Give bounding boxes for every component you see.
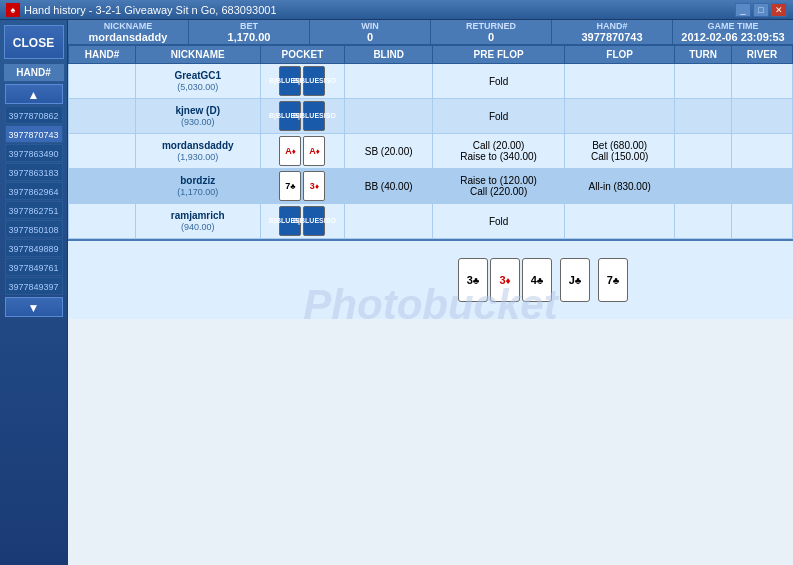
info-value: 0 bbox=[367, 31, 373, 43]
table-header-cell: FLOP bbox=[565, 46, 675, 64]
hand-item[interactable]: 3977850108 bbox=[5, 220, 63, 238]
hand-item[interactable]: 3977870743 bbox=[5, 125, 63, 143]
info-label: BET bbox=[240, 21, 258, 31]
turn-cell bbox=[675, 99, 732, 134]
pocket-cards: A♦A♦ bbox=[265, 136, 341, 166]
info-value: 1,170.00 bbox=[228, 31, 271, 43]
turn-cell bbox=[675, 134, 732, 169]
info-label: WIN bbox=[361, 21, 379, 31]
info-label: GAME TIME bbox=[708, 21, 759, 31]
table-row[interactable]: ramjamrich (940.00) B|BLUESISOB|BLUESISO… bbox=[69, 204, 793, 239]
player-amount: (930.00) bbox=[181, 117, 215, 127]
table-row[interactable]: kjnew (D) (930.00) B|BLUESISOB|BLUESISO … bbox=[69, 99, 793, 134]
hand-item[interactable]: 3977862964 bbox=[5, 182, 63, 200]
player-amount: (5,030.00) bbox=[177, 82, 218, 92]
turn-cell bbox=[675, 169, 732, 204]
window-close-button[interactable]: ✕ bbox=[771, 3, 787, 17]
hand-item[interactable]: 3977863490 bbox=[5, 144, 63, 162]
info-col: GAME TIME2012-02-06 23:09:53 bbox=[673, 20, 793, 44]
flop-cell: All-in (830.00) bbox=[565, 169, 675, 204]
info-col: HAND#3977870743 bbox=[552, 20, 673, 44]
board-card: 3♣ bbox=[458, 258, 488, 302]
player-amount: (940.00) bbox=[181, 222, 215, 232]
player-name: mordansdaddy bbox=[162, 140, 234, 151]
hand-item[interactable]: 3977849889 bbox=[5, 239, 63, 257]
pocket-card: B|BLUESISO bbox=[303, 101, 325, 131]
pocket-cell: 7♣3♦ bbox=[260, 169, 345, 204]
river-cell bbox=[731, 204, 792, 239]
river-cell bbox=[731, 134, 792, 169]
table-wrapper: Photobucket HAND#NICKNAMEPOCKETBLINDPRE … bbox=[68, 45, 793, 565]
pocket-cell: A♦A♦ bbox=[260, 134, 345, 169]
table-row[interactable]: bordziz (1,170.00) 7♣3♦ BB (40.00) Raise… bbox=[69, 169, 793, 204]
player-amount: (1,930.00) bbox=[177, 152, 218, 162]
info-value: 3977870743 bbox=[581, 31, 642, 43]
title-bar: ♠ Hand history - 3-2-1 Giveaway Sit n Go… bbox=[0, 0, 793, 20]
window-title: Hand history - 3-2-1 Giveaway Sit n Go, … bbox=[24, 4, 277, 16]
player-name: kjnew (D) bbox=[176, 105, 220, 116]
hand-num-cell bbox=[69, 169, 136, 204]
main-container: CLOSE HAND# ▲ 39778708623977870743397786… bbox=[0, 20, 793, 565]
table-header-cell: HAND# bbox=[69, 46, 136, 64]
info-value: 0 bbox=[488, 31, 494, 43]
preflop-cell: Fold bbox=[432, 204, 564, 239]
info-label: RETURNED bbox=[466, 21, 516, 31]
hand-list-header: HAND# bbox=[4, 64, 64, 82]
hand-item[interactable]: 3977863183 bbox=[5, 163, 63, 181]
river-cell bbox=[731, 99, 792, 134]
turn-cards: J♣ bbox=[560, 258, 590, 302]
info-col: BET1,170.00 bbox=[189, 20, 310, 44]
info-col: WIN0 bbox=[310, 20, 431, 44]
table-header-cell: TURN bbox=[675, 46, 732, 64]
hand-item[interactable]: 3977870862 bbox=[5, 106, 63, 124]
hand-item[interactable]: 3977849761 bbox=[5, 258, 63, 276]
flop-group: 3♣3♦4♣ bbox=[458, 258, 552, 302]
board-card: 7♣ bbox=[598, 258, 628, 302]
board-card: 3♦ bbox=[490, 258, 520, 302]
hand-num-cell bbox=[69, 64, 136, 99]
turn-cell bbox=[675, 204, 732, 239]
info-col: NICKNAMEmordansdaddy bbox=[68, 20, 189, 44]
info-label: HAND# bbox=[596, 21, 627, 31]
hand-list: HAND# ▲ 39778708623977870743397786349039… bbox=[4, 64, 64, 565]
table-row[interactable]: GreatGC1 (5,030.00) B|BLUESISOB|BLUESISO… bbox=[69, 64, 793, 99]
minimize-button[interactable]: _ bbox=[735, 3, 751, 17]
pocket-card: 7♣ bbox=[279, 171, 301, 201]
window-controls: _ □ ✕ bbox=[735, 3, 787, 17]
info-label: NICKNAME bbox=[104, 21, 153, 31]
pocket-cell: B|BLUESISOB|BLUESISO bbox=[260, 99, 345, 134]
board-cards: 3♣3♦4♣ J♣ 7♣ bbox=[458, 258, 793, 302]
hand-nav-down[interactable]: ▼ bbox=[5, 297, 63, 317]
hand-item[interactable]: 3977849397 bbox=[5, 277, 63, 295]
blind-cell bbox=[345, 64, 433, 99]
hand-num-cell bbox=[69, 134, 136, 169]
table-header-row: HAND#NICKNAMEPOCKETBLINDPRE FLOPFLOPTURN… bbox=[69, 46, 793, 64]
table-header-cell: BLIND bbox=[345, 46, 433, 64]
pocket-card: A♦ bbox=[279, 136, 301, 166]
info-value: mordansdaddy bbox=[89, 31, 168, 43]
preflop-cell: Fold bbox=[432, 64, 564, 99]
player-name-cell: mordansdaddy (1,930.00) bbox=[136, 134, 260, 169]
player-name: bordziz bbox=[180, 175, 215, 186]
flop-cell: Bet (680.00)Call (150.00) bbox=[565, 134, 675, 169]
hand-num-cell bbox=[69, 204, 136, 239]
maximize-button[interactable]: □ bbox=[753, 3, 769, 17]
player-amount: (1,170.00) bbox=[177, 187, 218, 197]
hand-nav-up[interactable]: ▲ bbox=[5, 84, 63, 104]
table-row[interactable]: mordansdaddy (1,930.00) A♦A♦ SB (20.00) … bbox=[69, 134, 793, 169]
hand-item[interactable]: 3977862751 bbox=[5, 201, 63, 219]
table-header-cell: POCKET bbox=[260, 46, 345, 64]
hand-num-cell bbox=[69, 99, 136, 134]
content-area: NICKNAMEmordansdaddyBET1,170.00WIN0RETUR… bbox=[68, 20, 793, 565]
blind-cell: BB (40.00) bbox=[345, 169, 433, 204]
blind-cell bbox=[345, 99, 433, 134]
close-button[interactable]: CLOSE bbox=[4, 25, 64, 59]
table-header-cell: NICKNAME bbox=[136, 46, 260, 64]
turn-cell bbox=[675, 64, 732, 99]
pocket-card: B|BLUESISO bbox=[303, 66, 325, 96]
table-body: GreatGC1 (5,030.00) B|BLUESISOB|BLUESISO… bbox=[69, 64, 793, 239]
flop-cell bbox=[565, 99, 675, 134]
preflop-cell: Call (20.00)Raise to (340.00) bbox=[432, 134, 564, 169]
river-cell bbox=[731, 64, 792, 99]
player-name-cell: bordziz (1,170.00) bbox=[136, 169, 260, 204]
